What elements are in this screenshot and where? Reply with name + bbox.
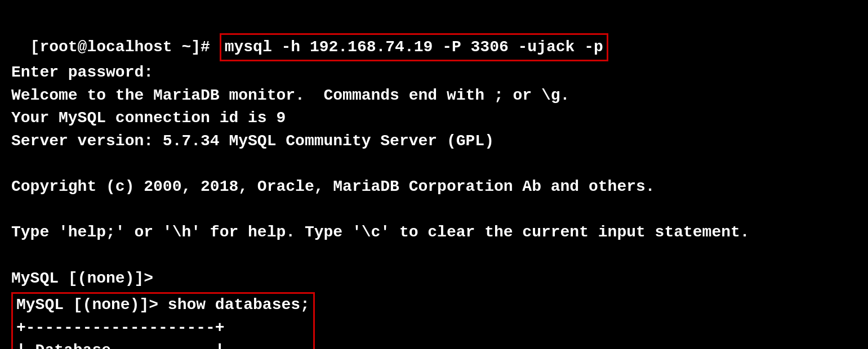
mysql-show-databases: MySQL [(none)]> show databases; [13, 294, 313, 317]
blank-line-1 [11, 153, 857, 176]
terminal-line-9: Type 'help;' or '\h' for help. Type '\c'… [11, 221, 857, 244]
terminal-line-1: [root@localhost ~]# mysql -h 192.168.74.… [11, 10, 857, 61]
terminal-line-3: Welcome to the MariaDB monitor. Commands… [11, 84, 857, 108]
blank-line-2 [11, 199, 857, 222]
terminal-line-7: Copyright (c) 2000, 2018, Oracle, MariaD… [11, 176, 857, 199]
mysql-output-block: MySQL [(none)]> show databases; +-------… [11, 292, 315, 349]
terminal-line-11: MySQL [(none)]> [11, 267, 857, 290]
command-highlight: mysql -h 192.168.74.19 -P 3306 -ujack -p [220, 33, 608, 62]
terminal-line-5: Server version: 5.7.34 MySQL Community S… [11, 130, 857, 153]
terminal-line-2: Enter password: [11, 61, 857, 84]
mysql-separator-1: +--------------------+ [13, 317, 313, 340]
terminal-line-4: Your MySQL connection id is 9 [11, 107, 857, 130]
blank-line-3 [11, 244, 857, 267]
mysql-header: | Database | [13, 339, 313, 349]
prompt: [root@localhost ~]# [30, 38, 220, 56]
